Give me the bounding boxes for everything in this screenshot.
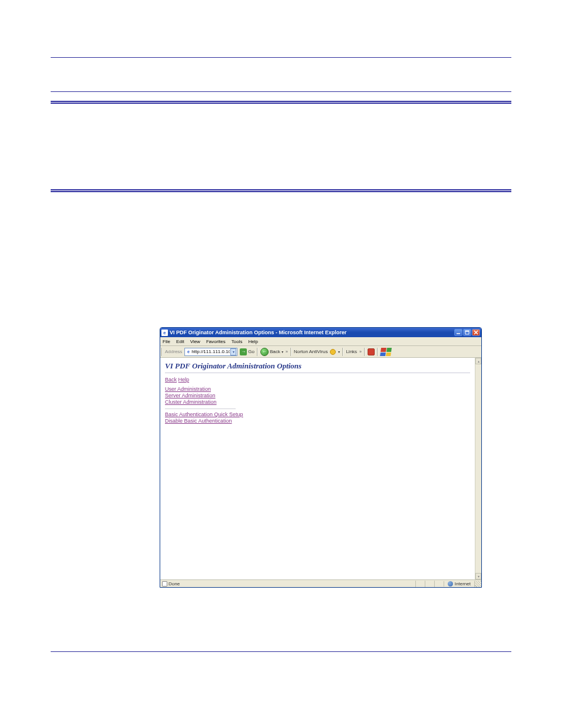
document-rule-double <box>51 101 511 104</box>
page-heading: VI PDF Originator Administration Options <box>165 361 470 371</box>
link-cluster-admin[interactable]: Cluster Administration <box>165 399 217 405</box>
heading-underline <box>165 373 470 373</box>
toolbar-separator <box>364 348 365 356</box>
windows-flag-icon[interactable] <box>380 348 392 356</box>
security-shield-icon[interactable] <box>368 348 375 355</box>
toolbar-separator <box>290 348 292 356</box>
status-zone-label: Internet <box>455 581 471 587</box>
page-icon: e <box>186 349 191 354</box>
document-rule <box>51 91 511 92</box>
link-server-admin[interactable]: Server Administration <box>165 393 216 398</box>
titlebar[interactable]: e VI PDF Originator Administration Optio… <box>160 328 481 337</box>
scroll-up-icon[interactable]: ▴ <box>475 358 481 364</box>
status-done: Done <box>168 581 180 587</box>
ie-window: e VI PDF Originator Administration Optio… <box>160 327 482 588</box>
norton-icon[interactable] <box>330 349 336 355</box>
back-arrow-icon: ← <box>260 348 269 356</box>
norton-dropdown-icon[interactable]: ▾ <box>338 350 340 354</box>
go-button[interactable]: → Go <box>240 348 254 355</box>
menubar: File Edit View Favorites Tools Help <box>160 337 481 346</box>
status-section <box>415 581 425 587</box>
close-button[interactable] <box>472 329 480 336</box>
status-page-icon <box>162 581 167 587</box>
address-value: http://111.111.0.100/server/i <box>191 349 230 354</box>
address-label: Address <box>165 349 182 354</box>
go-label: Go <box>248 349 254 354</box>
back-label: Back <box>270 349 280 354</box>
document-rule <box>51 57 511 58</box>
minimize-button[interactable] <box>454 329 462 336</box>
address-field[interactable]: e http://111.111.0.100/server/i ▾ <box>184 348 237 356</box>
menu-favorites[interactable]: Favorites <box>206 339 226 344</box>
ie-icon: e <box>161 330 168 336</box>
menu-file[interactable]: File <box>163 339 170 344</box>
status-zone[interactable]: Internet <box>444 581 474 587</box>
toolbar-overflow-icon[interactable]: » <box>286 350 288 354</box>
toolbar-separator <box>257 348 258 356</box>
menu-view[interactable]: View <box>190 339 200 344</box>
status-section <box>434 581 444 587</box>
address-dropdown[interactable]: ▾ <box>230 348 236 355</box>
maximize-button[interactable] <box>463 329 471 336</box>
link-group-separator <box>165 409 236 409</box>
link-disable-basic-auth[interactable]: Disable Basic Authentication <box>165 418 232 424</box>
document-rule-double <box>51 189 511 192</box>
document-rule <box>51 651 511 652</box>
links-label[interactable]: Links <box>346 349 357 354</box>
menu-tools[interactable]: Tools <box>232 339 243 344</box>
toolbar: Address e http://111.111.0.100/server/i … <box>160 346 481 358</box>
link-basic-auth-setup[interactable]: Basic Authentication Quick Setup <box>165 411 243 417</box>
resize-grip-icon[interactable] <box>474 581 481 587</box>
status-section <box>425 581 434 587</box>
vertical-scrollbar[interactable]: ▴ ▾ <box>475 358 481 579</box>
norton-label: Norton AntiVirus <box>294 349 328 354</box>
globe-icon <box>448 581 453 587</box>
content-area: VI PDF Originator Administration Options… <box>160 358 475 579</box>
toolbar-separator <box>161 348 163 356</box>
link-user-admin[interactable]: User Administration <box>165 386 211 392</box>
links-overflow-icon[interactable]: » <box>359 350 362 354</box>
back-dropdown-icon[interactable]: ▾ <box>282 350 283 354</box>
menu-help[interactable]: Help <box>248 339 257 344</box>
go-arrow-icon: → <box>240 348 247 355</box>
toolbar-separator <box>342 348 343 356</box>
back-button[interactable]: ← Back ▾ <box>260 348 283 356</box>
statusbar: Done Internet <box>160 579 481 587</box>
window-title: VI PDF Originator Administration Options… <box>170 330 346 335</box>
nav-help-link[interactable]: Help <box>178 377 190 383</box>
toolbar-separator <box>377 348 378 356</box>
menu-edit[interactable]: Edit <box>176 339 184 344</box>
nav-back-link[interactable]: Back <box>165 377 177 383</box>
scroll-down-icon[interactable]: ▾ <box>475 573 481 579</box>
